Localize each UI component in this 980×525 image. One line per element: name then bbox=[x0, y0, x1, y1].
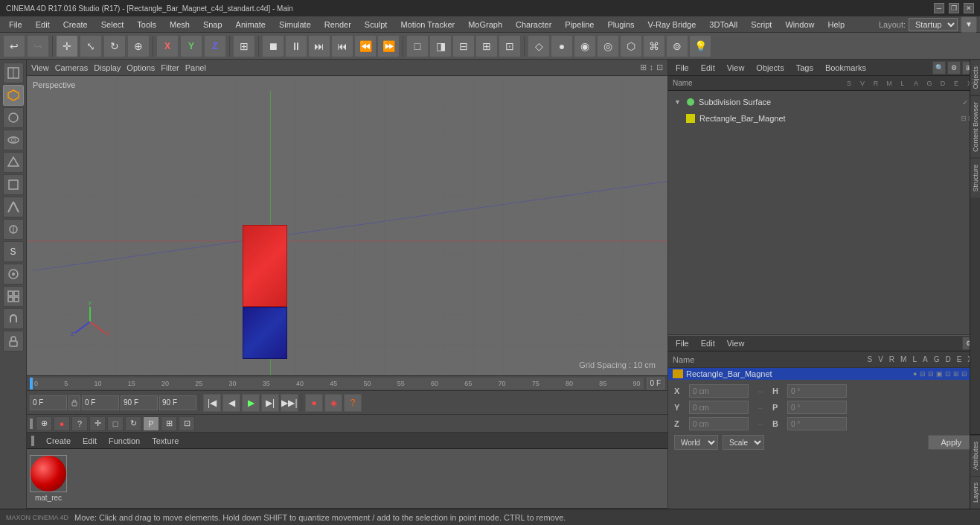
view-mode-btn1[interactable]: □ bbox=[406, 35, 429, 57]
attr-obj-magnet[interactable]: Rectangle_Bar_Magnet ● ⊟ ⊟ ▣ ⊡ ⊞ ⊟ W bbox=[668, 368, 980, 380]
keyframe-btn[interactable]: ◈ bbox=[324, 394, 342, 412]
move-tool-button[interactable]: ✛ bbox=[56, 35, 78, 57]
attr-icon7[interactable]: ⊟ bbox=[961, 370, 967, 378]
vtab-attributes[interactable]: Attributes bbox=[970, 435, 980, 476]
sidebar-btn-grid[interactable] bbox=[3, 286, 24, 307]
apply-button[interactable]: Apply bbox=[928, 435, 974, 450]
attr-icon3[interactable]: ⊟ bbox=[928, 370, 934, 378]
redo-button[interactable]: ↪ bbox=[27, 35, 49, 57]
grid-icon[interactable]: ⊞ bbox=[161, 416, 177, 431]
sidebar-btn-5[interactable] bbox=[3, 152, 24, 173]
display-btn8[interactable]: 💡 bbox=[689, 35, 711, 57]
menu-sculpt[interactable]: Sculpt bbox=[359, 19, 394, 31]
snap-icon3[interactable]: ? bbox=[71, 416, 88, 431]
range-start-input[interactable] bbox=[82, 395, 119, 410]
sidebar-btn-texture[interactable] bbox=[3, 264, 24, 284]
menu-character[interactable]: Character bbox=[510, 19, 557, 31]
goto-end-btn[interactable]: ▶▶| bbox=[281, 394, 298, 412]
display-btn2[interactable]: ● bbox=[551, 35, 573, 57]
undo-button[interactable]: ↩ bbox=[3, 35, 25, 57]
snap-icon1[interactable]: ⊕ bbox=[36, 416, 52, 431]
vtab-layers[interactable]: Layers bbox=[970, 476, 980, 509]
display-btn4[interactable]: ◎ bbox=[597, 35, 619, 57]
vtab-content-browser[interactable]: Content Browser bbox=[970, 95, 980, 158]
z-axis-button[interactable]: Z bbox=[204, 35, 226, 57]
close-button[interactable]: ✕ bbox=[964, 3, 974, 13]
view-mode-btn4[interactable]: ⊞ bbox=[475, 35, 498, 57]
rotate-icon[interactable]: ↻ bbox=[125, 416, 141, 431]
display-btn6[interactable]: ⌘ bbox=[643, 35, 665, 57]
menu-create[interactable]: Create bbox=[57, 19, 94, 31]
scale-tool-button[interactable]: ⤡ bbox=[80, 35, 102, 57]
menu-window[interactable]: Window bbox=[779, 19, 820, 31]
mat-function-menu[interactable]: Function bbox=[106, 435, 143, 447]
sidebar-btn-sphere[interactable] bbox=[3, 107, 24, 128]
view-mode-btn2[interactable]: ◨ bbox=[429, 35, 452, 57]
obj-collapse-arrow[interactable]: ▼ bbox=[674, 98, 681, 106]
record-button[interactable]: ⏹ bbox=[262, 35, 284, 57]
sidebar-btn-magnet[interactable] bbox=[3, 308, 24, 329]
obj-check-icon[interactable]: ✓ bbox=[962, 98, 968, 106]
om-search-icon[interactable]: 🔍 bbox=[932, 61, 946, 74]
sidebar-btn-lock[interactable] bbox=[3, 331, 24, 351]
next-frame-btn[interactable]: ▶| bbox=[261, 394, 279, 412]
coord-z-pos[interactable] bbox=[689, 417, 749, 430]
menu-mesh[interactable]: Mesh bbox=[164, 19, 196, 31]
menu-plugins[interactable]: Plugins bbox=[601, 19, 640, 31]
output-end-input[interactable] bbox=[159, 395, 196, 410]
menu-motion-tracker[interactable]: Motion Tracker bbox=[394, 19, 461, 31]
record-timeline-btn[interactable]: ● bbox=[305, 394, 323, 412]
attr-icon4[interactable]: ▣ bbox=[936, 370, 943, 378]
playback-btn1[interactable]: ⏸ bbox=[285, 35, 307, 57]
mat-item-1[interactable]: mat_rec bbox=[30, 455, 67, 502]
playback-btn5[interactable]: ⏩ bbox=[377, 35, 400, 57]
om-edit-menu[interactable]: Edit bbox=[698, 62, 718, 74]
viewport-options-menu[interactable]: Options bbox=[126, 63, 155, 72]
display-btn7[interactable]: ⊚ bbox=[666, 35, 688, 57]
viewport-cameras-menu[interactable]: Cameras bbox=[55, 63, 89, 72]
layout-dropdown[interactable]: Startup bbox=[909, 18, 958, 31]
playback-btn2[interactable]: ⏭ bbox=[308, 35, 330, 57]
am-edit-menu[interactable]: Edit bbox=[698, 337, 718, 349]
sidebar-btn-1[interactable] bbox=[3, 63, 24, 83]
menu-select[interactable]: Select bbox=[95, 19, 130, 31]
om-settings-icon[interactable]: ⚙ bbox=[947, 61, 961, 74]
viewport[interactable]: View Cameras Display Options Filter Pane… bbox=[27, 60, 667, 375]
coord-p-val[interactable] bbox=[787, 401, 847, 414]
attr-icon2[interactable]: ⊟ bbox=[920, 370, 926, 378]
menu-file[interactable]: File bbox=[3, 19, 28, 31]
autokey-btn[interactable]: ? bbox=[344, 394, 362, 412]
menu-mograph[interactable]: MoGraph bbox=[462, 19, 508, 31]
playback-btn3[interactable]: ⏮ bbox=[331, 35, 353, 57]
world-dropdown[interactable]: World Object bbox=[674, 435, 718, 450]
viewport-display-menu[interactable]: Display bbox=[94, 63, 121, 72]
prev-frame-btn[interactable]: ◀ bbox=[222, 394, 240, 412]
viewport-filter-menu[interactable]: Filter bbox=[161, 63, 179, 72]
coord-h-val[interactable] bbox=[787, 384, 847, 398]
attr-icon6[interactable]: ⊞ bbox=[953, 370, 959, 378]
view-mode-btn3[interactable]: ⊟ bbox=[452, 35, 475, 57]
sidebar-btn-7[interactable] bbox=[3, 197, 24, 217]
menu-snap[interactable]: Snap bbox=[197, 19, 228, 31]
mat-create-menu[interactable]: Create bbox=[43, 435, 74, 447]
y-axis-button[interactable]: Y bbox=[180, 35, 202, 57]
current-frame-input[interactable] bbox=[30, 395, 67, 410]
menu-render[interactable]: Render bbox=[318, 19, 357, 31]
display-btn1[interactable]: ◇ bbox=[528, 35, 550, 57]
x-axis-button[interactable]: X bbox=[156, 35, 179, 57]
sidebar-btn-6[interactable] bbox=[3, 174, 24, 195]
snap-icon2[interactable]: ● bbox=[54, 416, 70, 431]
rotate-tool-button[interactable]: ↻ bbox=[103, 35, 126, 57]
menu-vray[interactable]: V-Ray Bridge bbox=[642, 19, 702, 31]
coord-b-val[interactable] bbox=[787, 417, 847, 430]
mat-texture-menu[interactable]: Texture bbox=[149, 435, 182, 447]
obj-subdivision-surface[interactable]: ▼ Subdivision Surface ✓ ● bbox=[671, 94, 977, 110]
goto-start-btn[interactable]: |◀ bbox=[203, 394, 221, 412]
attr-icon5[interactable]: ⊡ bbox=[945, 370, 951, 378]
attr-icon1[interactable]: ● bbox=[913, 370, 917, 378]
coord-y-pos[interactable] bbox=[689, 401, 749, 414]
multi-tool-button[interactable]: ⊕ bbox=[127, 35, 150, 57]
om-tags-menu[interactable]: Tags bbox=[793, 62, 816, 74]
vtab-objects[interactable]: Objects bbox=[970, 60, 980, 95]
detail-icon[interactable]: ⊡ bbox=[179, 416, 195, 431]
